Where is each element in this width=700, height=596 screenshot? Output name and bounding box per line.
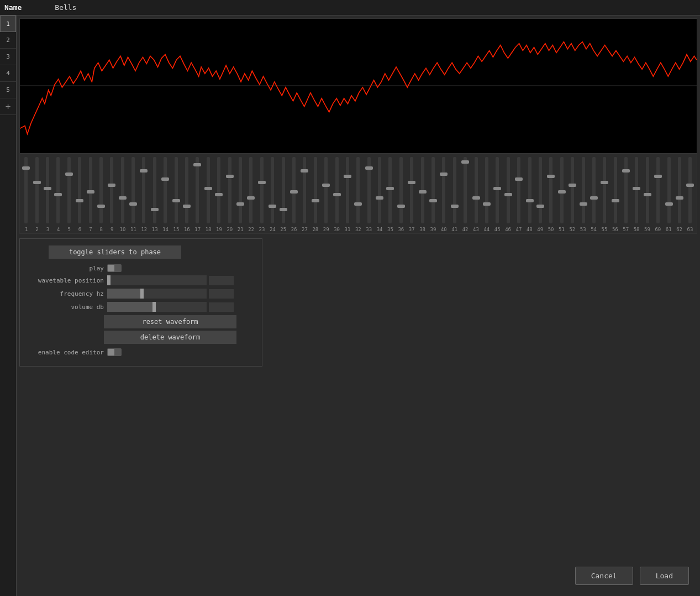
- harmonic-bar-11[interactable]: [128, 157, 138, 223]
- harmonic-bar-60[interactable]: [653, 157, 663, 223]
- harmonic-bar-36[interactable]: [396, 157, 406, 223]
- harmonic-bar-50[interactable]: [546, 157, 556, 223]
- harmonic-bar-24[interactable]: [267, 157, 277, 223]
- track-3[interactable]: 3: [0, 49, 16, 65]
- harmonic-bar-59[interactable]: [643, 157, 652, 223]
- harmonic-label-21: 21: [235, 227, 246, 232]
- harmonic-bar-25[interactable]: [278, 157, 288, 223]
- harmonic-bar-53[interactable]: [578, 157, 588, 223]
- harmonic-label-11: 11: [128, 227, 139, 232]
- harmonic-label-52: 52: [567, 227, 577, 232]
- harmonic-bar-7[interactable]: [85, 157, 95, 223]
- harmonic-bar-27[interactable]: [299, 157, 309, 223]
- harmonic-label-27: 27: [299, 227, 310, 232]
- harmonic-label-30: 30: [331, 227, 342, 232]
- cancel-button[interactable]: Cancel: [575, 567, 633, 585]
- add-track-button[interactable]: +: [0, 98, 16, 115]
- harmonic-bar-48[interactable]: [524, 157, 534, 223]
- harmonic-bar-62[interactable]: [675, 157, 685, 223]
- harmonic-bar-22[interactable]: [246, 157, 256, 223]
- harmonic-bar-54[interactable]: [589, 157, 599, 223]
- harmonic-bar-4[interactable]: [53, 157, 63, 223]
- harmonic-bar-31[interactable]: [343, 157, 352, 223]
- harmonic-bar-1[interactable]: [21, 157, 31, 223]
- harmonic-bar-12[interactable]: [139, 157, 149, 223]
- harmonic-bar-3[interactable]: [43, 157, 52, 223]
- harmonic-bar-9[interactable]: [107, 157, 117, 223]
- volume-db-slider-wrap: -30: [107, 302, 234, 312]
- delete-waveform-button[interactable]: delete waveform: [104, 331, 236, 344]
- harmonic-bar-16[interactable]: [182, 157, 192, 223]
- harmonic-bar-58[interactable]: [631, 157, 641, 223]
- harmonic-bar-14[interactable]: [160, 157, 170, 223]
- wavetable-position-slider[interactable]: [107, 275, 207, 285]
- harmonic-bar-32[interactable]: [353, 157, 363, 223]
- harmonic-bar-19[interactable]: [214, 157, 224, 223]
- harmonic-bar-57[interactable]: [621, 157, 631, 223]
- harmonic-bar-63[interactable]: [685, 157, 695, 223]
- play-toggle[interactable]: [107, 264, 122, 272]
- harmonic-bar-56[interactable]: [610, 157, 620, 223]
- harmonic-bar-6[interactable]: [75, 157, 85, 223]
- toggle-sliders-phase-button[interactable]: toggle sliders to phase: [49, 245, 181, 259]
- harmonic-bar-52[interactable]: [567, 157, 577, 223]
- harmonic-bar-34[interactable]: [375, 157, 385, 223]
- harmonic-label-45: 45: [492, 227, 503, 232]
- track-2[interactable]: 2: [0, 32, 16, 49]
- enable-code-editor-row: enable code editor: [27, 348, 255, 356]
- harmonic-label-53: 53: [578, 227, 588, 232]
- name-column-header: Name: [4, 3, 22, 12]
- harmonic-bar-28[interactable]: [310, 157, 320, 223]
- harmonic-label-7: 7: [85, 227, 96, 232]
- harmonic-bar-2[interactable]: [31, 157, 41, 223]
- harmonic-bar-42[interactable]: [460, 157, 470, 223]
- harmonic-bar-15[interactable]: [171, 157, 181, 223]
- harmonic-bar-13[interactable]: [150, 157, 160, 223]
- track-1[interactable]: 1: [0, 15, 16, 32]
- harmonic-bar-5[interactable]: [64, 157, 74, 223]
- harmonic-bar-39[interactable]: [428, 157, 438, 223]
- wavetable-position-value[interactable]: 0: [209, 276, 234, 285]
- harmonic-bar-44[interactable]: [482, 157, 492, 223]
- load-button[interactable]: Load: [640, 567, 689, 585]
- harmonic-label-8: 8: [96, 227, 107, 232]
- harmonic-bar-8[interactable]: [96, 157, 106, 223]
- harmonic-bar-45[interactable]: [492, 157, 502, 223]
- harmonic-bar-55[interactable]: [599, 157, 609, 223]
- frequency-hz-slider[interactable]: [107, 289, 207, 299]
- reset-waveform-button[interactable]: reset waveform: [104, 315, 236, 328]
- harmonic-bar-17[interactable]: [192, 157, 202, 223]
- preset-name: Bells: [55, 3, 76, 12]
- harmonic-bar-46[interactable]: [503, 157, 513, 223]
- harmonic-bar-20[interactable]: [224, 157, 234, 223]
- harmonic-bar-41[interactable]: [450, 157, 460, 223]
- harmonic-bar-37[interactable]: [407, 157, 417, 223]
- track-4[interactable]: 4: [0, 65, 16, 82]
- volume-db-slider[interactable]: [107, 302, 207, 312]
- harmonic-bar-40[interactable]: [439, 157, 449, 223]
- harmonic-bar-61[interactable]: [664, 157, 673, 223]
- harmonic-bar-21[interactable]: [235, 157, 245, 223]
- harmonic-bar-18[interactable]: [203, 157, 213, 223]
- harmonic-bar-30[interactable]: [331, 157, 341, 223]
- harmonic-label-24: 24: [267, 227, 278, 232]
- harmonic-bar-23[interactable]: [257, 157, 267, 223]
- harmonic-bar-10[interactable]: [118, 157, 128, 223]
- harmonic-bar-26[interactable]: [289, 157, 299, 223]
- harmonic-label-38: 38: [417, 227, 428, 232]
- harmonic-bar-35[interactable]: [385, 157, 395, 223]
- harmonic-label-4: 4: [53, 227, 64, 232]
- harmonic-bar-49[interactable]: [535, 157, 545, 223]
- enable-code-editor-toggle[interactable]: [107, 348, 122, 356]
- harmonic-label-48: 48: [524, 227, 535, 232]
- harmonic-bar-29[interactable]: [321, 157, 331, 223]
- frequency-hz-value[interactable]: 180: [209, 289, 234, 299]
- track-5[interactable]: 5: [0, 82, 16, 98]
- harmonic-bar-51[interactable]: [557, 157, 567, 223]
- harmonic-bars: [20, 157, 697, 223]
- harmonic-bar-38[interactable]: [417, 157, 427, 223]
- harmonic-bar-33[interactable]: [364, 157, 374, 223]
- volume-db-value[interactable]: -30: [209, 302, 234, 312]
- harmonic-bar-47[interactable]: [514, 157, 524, 223]
- harmonic-bar-43[interactable]: [471, 157, 481, 223]
